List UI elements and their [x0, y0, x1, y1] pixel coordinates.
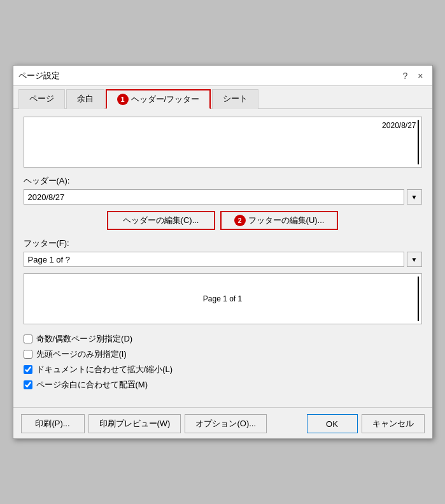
preview-right-border: [418, 120, 419, 164]
help-button[interactable]: ?: [399, 69, 412, 82]
options-button[interactable]: オプション(O)...: [185, 414, 267, 433]
footer-input[interactable]: [24, 252, 404, 267]
cancel-button[interactable]: キャンセル: [362, 414, 425, 433]
tab-bar: ページ 余白 1ヘッダー/フッター シート: [13, 86, 432, 109]
tab-margin[interactable]: 余白: [66, 89, 104, 109]
scale-doc-label: ドキュメントに合わせて拡大/縮小(L): [36, 364, 173, 375]
header-preview: 2020/8/27: [24, 117, 422, 168]
badge-1: 1: [117, 94, 129, 105]
header-field-row: ▼: [24, 189, 422, 205]
scale-doc-checkbox[interactable]: [24, 365, 32, 374]
ok-button[interactable]: OK: [307, 414, 358, 433]
badge-2: 2: [234, 215, 246, 226]
footer-edit-button[interactable]: 2フッターの編集(U)...: [220, 211, 339, 230]
footer-preview-right-border: [418, 277, 419, 321]
tab-page[interactable]: ページ: [18, 89, 65, 109]
tab-header-footer[interactable]: 1ヘッダー/フッター: [106, 89, 211, 109]
footer-dropdown-btn[interactable]: ▼: [407, 252, 422, 267]
close-button[interactable]: ×: [414, 69, 427, 82]
checkbox-odd-even: 奇数/偶数ページ別指定(D): [24, 333, 422, 345]
footer-label: フッター(F):: [24, 238, 422, 249]
odd-even-checkbox[interactable]: [24, 335, 32, 343]
dialog-title: ページ設定: [18, 70, 60, 82]
footer-preview: Page 1 of 1: [24, 273, 422, 324]
checkbox-first-page: 先頭ページのみ別指定(I): [24, 349, 422, 360]
align-margin-label: ページ余白に合わせて配置(M): [36, 379, 148, 391]
header-dropdown-btn[interactable]: ▼: [407, 189, 422, 205]
align-margin-checkbox[interactable]: [24, 380, 32, 389]
header-label: ヘッダー(A):: [24, 175, 422, 187]
page-setup-dialog: ページ設定 ? × ページ 余白 1ヘッダー/フッター シート 2020/8/2…: [13, 65, 433, 439]
header-preview-text: 2020/8/27: [382, 121, 416, 130]
print-preview-button[interactable]: 印刷プレビュー(W): [88, 414, 181, 433]
first-page-checkbox[interactable]: [24, 350, 32, 359]
bottom-buttons: 印刷(P)... 印刷プレビュー(W) オプション(O)... OK キャンセル: [13, 407, 432, 438]
footer-preview-text: Page 1 of 1: [203, 294, 242, 303]
title-controls: ? ×: [399, 69, 427, 82]
checkbox-scale-doc: ドキュメントに合わせて拡大/縮小(L): [24, 364, 422, 375]
bottom-left-buttons: 印刷(P)... 印刷プレビュー(W) オプション(O)...: [21, 414, 267, 433]
print-button[interactable]: 印刷(P)...: [21, 414, 85, 433]
dialog-content: 2020/8/27 ヘッダー(A): ▼ ヘッダーの編集(C)... 2フッター…: [13, 109, 432, 402]
odd-even-label: 奇数/偶数ページ別指定(D): [36, 333, 133, 345]
edit-buttons-row: ヘッダーの編集(C)... 2フッターの編集(U)...: [24, 211, 422, 230]
bottom-right-buttons: OK キャンセル: [307, 414, 425, 433]
footer-field-row: ▼: [24, 252, 422, 267]
title-bar: ページ設定 ? ×: [13, 66, 432, 86]
tab-sheet[interactable]: シート: [212, 89, 258, 109]
header-input[interactable]: [24, 189, 404, 205]
checkbox-align-margin: ページ余白に合わせて配置(M): [24, 379, 422, 391]
header-edit-button[interactable]: ヘッダーの編集(C)...: [107, 211, 215, 230]
first-page-label: 先頭ページのみ別指定(I): [36, 349, 127, 360]
